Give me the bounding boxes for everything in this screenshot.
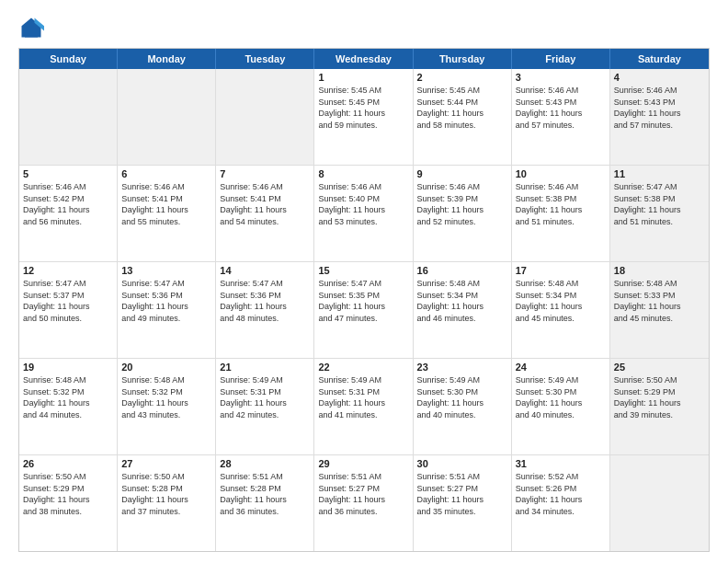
day-number: 8 bbox=[318, 168, 408, 179]
calendar-cell-day-4: 4Sunrise: 5:46 AM Sunset: 5:43 PM Daylig… bbox=[610, 69, 709, 165]
header-day-tuesday: Tuesday bbox=[216, 49, 314, 69]
calendar-cell-day-23: 23Sunrise: 5:49 AM Sunset: 5:30 PM Dayli… bbox=[414, 359, 512, 454]
calendar-cell-day-7: 7Sunrise: 5:46 AM Sunset: 5:41 PM Daylig… bbox=[216, 166, 314, 261]
calendar-cell-day-6: 6Sunrise: 5:46 AM Sunset: 5:41 PM Daylig… bbox=[118, 166, 216, 261]
day-number: 12 bbox=[23, 265, 113, 276]
cell-content: Sunrise: 5:45 AM Sunset: 5:45 PM Dayligh… bbox=[318, 85, 408, 131]
cell-content: Sunrise: 5:45 AM Sunset: 5:44 PM Dayligh… bbox=[417, 85, 507, 131]
day-number: 19 bbox=[23, 362, 113, 373]
calendar-row-4: 26Sunrise: 5:50 AM Sunset: 5:29 PM Dayli… bbox=[19, 455, 709, 551]
cell-content: Sunrise: 5:48 AM Sunset: 5:32 PM Dayligh… bbox=[23, 374, 113, 420]
calendar-cell-day-15: 15Sunrise: 5:47 AM Sunset: 5:35 PM Dayli… bbox=[314, 262, 413, 358]
cell-content: Sunrise: 5:49 AM Sunset: 5:30 PM Dayligh… bbox=[516, 374, 606, 420]
calendar-cell-day-27: 27Sunrise: 5:50 AM Sunset: 5:28 PM Dayli… bbox=[118, 455, 216, 551]
cell-content: Sunrise: 5:47 AM Sunset: 5:36 PM Dayligh… bbox=[121, 278, 211, 324]
cell-content: Sunrise: 5:47 AM Sunset: 5:35 PM Dayligh… bbox=[318, 278, 408, 324]
cell-content: Sunrise: 5:46 AM Sunset: 5:38 PM Dayligh… bbox=[516, 181, 606, 227]
calendar-cell-day-13: 13Sunrise: 5:47 AM Sunset: 5:36 PM Dayli… bbox=[118, 262, 216, 358]
calendar-cell-day-11: 11Sunrise: 5:47 AM Sunset: 5:38 PM Dayli… bbox=[610, 166, 709, 261]
cell-content: Sunrise: 5:48 AM Sunset: 5:34 PM Dayligh… bbox=[417, 278, 507, 324]
header-day-wednesday: Wednesday bbox=[314, 49, 413, 69]
header-day-sunday: Sunday bbox=[19, 49, 118, 69]
calendar-cell-day-1: 1Sunrise: 5:45 AM Sunset: 5:45 PM Daylig… bbox=[314, 69, 413, 165]
cell-content: Sunrise: 5:46 AM Sunset: 5:39 PM Dayligh… bbox=[417, 181, 507, 227]
svg-rect-2 bbox=[25, 28, 38, 38]
day-number: 22 bbox=[318, 362, 408, 373]
calendar-cell-day-9: 9Sunrise: 5:46 AM Sunset: 5:39 PM Daylig… bbox=[414, 166, 512, 261]
cell-content: Sunrise: 5:47 AM Sunset: 5:36 PM Dayligh… bbox=[220, 278, 310, 324]
day-number: 25 bbox=[614, 362, 705, 373]
calendar-cell-day-22: 22Sunrise: 5:49 AM Sunset: 5:31 PM Dayli… bbox=[314, 359, 413, 454]
day-number: 6 bbox=[121, 168, 211, 179]
header-day-thursday: Thursday bbox=[414, 49, 512, 69]
day-number: 28 bbox=[220, 458, 310, 469]
calendar-cell-empty-0-0 bbox=[19, 69, 118, 165]
cell-content: Sunrise: 5:50 AM Sunset: 5:28 PM Dayligh… bbox=[121, 471, 211, 517]
cell-content: Sunrise: 5:47 AM Sunset: 5:38 PM Dayligh… bbox=[614, 181, 705, 227]
calendar-cell-day-18: 18Sunrise: 5:48 AM Sunset: 5:33 PM Dayli… bbox=[610, 262, 709, 358]
cell-content: Sunrise: 5:46 AM Sunset: 5:43 PM Dayligh… bbox=[614, 85, 705, 131]
calendar-cell-day-21: 21Sunrise: 5:49 AM Sunset: 5:31 PM Dayli… bbox=[216, 359, 314, 454]
cell-content: Sunrise: 5:51 AM Sunset: 5:27 PM Dayligh… bbox=[318, 471, 408, 517]
day-number: 10 bbox=[516, 168, 606, 179]
calendar-body: 1Sunrise: 5:45 AM Sunset: 5:45 PM Daylig… bbox=[19, 69, 709, 551]
calendar-cell-day-19: 19Sunrise: 5:48 AM Sunset: 5:32 PM Dayli… bbox=[19, 359, 118, 454]
calendar-cell-day-20: 20Sunrise: 5:48 AM Sunset: 5:32 PM Dayli… bbox=[118, 359, 216, 454]
cell-content: Sunrise: 5:46 AM Sunset: 5:41 PM Dayligh… bbox=[121, 181, 211, 227]
day-number: 18 bbox=[614, 265, 705, 276]
header-day-monday: Monday bbox=[118, 49, 216, 69]
logo-icon bbox=[18, 15, 44, 40]
day-number: 20 bbox=[121, 362, 211, 373]
calendar-cell-day-26: 26Sunrise: 5:50 AM Sunset: 5:29 PM Dayli… bbox=[19, 455, 118, 551]
day-number: 21 bbox=[220, 362, 310, 373]
cell-content: Sunrise: 5:46 AM Sunset: 5:42 PM Dayligh… bbox=[23, 181, 113, 227]
day-number: 3 bbox=[516, 72, 606, 83]
calendar-cell-day-8: 8Sunrise: 5:46 AM Sunset: 5:40 PM Daylig… bbox=[314, 166, 413, 261]
day-number: 4 bbox=[614, 72, 705, 83]
calendar-cell-day-25: 25Sunrise: 5:50 AM Sunset: 5:29 PM Dayli… bbox=[610, 359, 709, 454]
cell-content: Sunrise: 5:48 AM Sunset: 5:34 PM Dayligh… bbox=[516, 278, 606, 324]
calendar-cell-day-16: 16Sunrise: 5:48 AM Sunset: 5:34 PM Dayli… bbox=[414, 262, 512, 358]
cell-content: Sunrise: 5:50 AM Sunset: 5:29 PM Dayligh… bbox=[23, 471, 113, 517]
calendar-cell-day-30: 30Sunrise: 5:51 AM Sunset: 5:27 PM Dayli… bbox=[414, 455, 512, 551]
cell-content: Sunrise: 5:48 AM Sunset: 5:33 PM Dayligh… bbox=[614, 278, 705, 324]
calendar-cell-day-5: 5Sunrise: 5:46 AM Sunset: 5:42 PM Daylig… bbox=[19, 166, 118, 261]
calendar-row-0: 1Sunrise: 5:45 AM Sunset: 5:45 PM Daylig… bbox=[19, 69, 709, 166]
calendar-row-2: 12Sunrise: 5:47 AM Sunset: 5:37 PM Dayli… bbox=[19, 262, 709, 359]
day-number: 17 bbox=[516, 265, 606, 276]
calendar-cell-day-3: 3Sunrise: 5:46 AM Sunset: 5:43 PM Daylig… bbox=[512, 69, 610, 165]
cell-content: Sunrise: 5:49 AM Sunset: 5:30 PM Dayligh… bbox=[417, 374, 507, 420]
day-number: 26 bbox=[23, 458, 113, 469]
day-number: 2 bbox=[417, 72, 507, 83]
day-number: 9 bbox=[417, 168, 507, 179]
cell-content: Sunrise: 5:51 AM Sunset: 5:28 PM Dayligh… bbox=[220, 471, 310, 517]
day-number: 31 bbox=[516, 458, 606, 469]
cell-content: Sunrise: 5:46 AM Sunset: 5:41 PM Dayligh… bbox=[220, 181, 310, 227]
calendar-cell-day-31: 31Sunrise: 5:52 AM Sunset: 5:26 PM Dayli… bbox=[512, 455, 610, 551]
calendar-cell-day-10: 10Sunrise: 5:46 AM Sunset: 5:38 PM Dayli… bbox=[512, 166, 610, 261]
header-day-saturday: Saturday bbox=[610, 49, 709, 69]
day-number: 24 bbox=[516, 362, 606, 373]
calendar-header: SundayMondayTuesdayWednesdayThursdayFrid… bbox=[19, 49, 709, 69]
calendar: SundayMondayTuesdayWednesdayThursdayFrid… bbox=[18, 48, 710, 552]
day-number: 29 bbox=[318, 458, 408, 469]
calendar-row-1: 5Sunrise: 5:46 AM Sunset: 5:42 PM Daylig… bbox=[19, 166, 709, 262]
calendar-row-3: 19Sunrise: 5:48 AM Sunset: 5:32 PM Dayli… bbox=[19, 359, 709, 455]
calendar-cell-empty-0-2 bbox=[216, 69, 314, 165]
cell-content: Sunrise: 5:48 AM Sunset: 5:32 PM Dayligh… bbox=[121, 374, 211, 420]
header-day-friday: Friday bbox=[512, 49, 610, 69]
day-number: 14 bbox=[220, 265, 310, 276]
day-number: 23 bbox=[417, 362, 507, 373]
day-number: 13 bbox=[121, 265, 211, 276]
calendar-cell-day-29: 29Sunrise: 5:51 AM Sunset: 5:27 PM Dayli… bbox=[314, 455, 413, 551]
cell-content: Sunrise: 5:46 AM Sunset: 5:43 PM Dayligh… bbox=[516, 85, 606, 131]
cell-content: Sunrise: 5:49 AM Sunset: 5:31 PM Dayligh… bbox=[318, 374, 408, 420]
day-number: 27 bbox=[121, 458, 211, 469]
cell-content: Sunrise: 5:50 AM Sunset: 5:29 PM Dayligh… bbox=[614, 374, 705, 420]
day-number: 15 bbox=[318, 265, 408, 276]
cell-content: Sunrise: 5:52 AM Sunset: 5:26 PM Dayligh… bbox=[516, 471, 606, 517]
cell-content: Sunrise: 5:49 AM Sunset: 5:31 PM Dayligh… bbox=[220, 374, 310, 420]
calendar-cell-day-2: 2Sunrise: 5:45 AM Sunset: 5:44 PM Daylig… bbox=[414, 69, 512, 165]
cell-content: Sunrise: 5:47 AM Sunset: 5:37 PM Dayligh… bbox=[23, 278, 113, 324]
day-number: 11 bbox=[614, 168, 705, 179]
